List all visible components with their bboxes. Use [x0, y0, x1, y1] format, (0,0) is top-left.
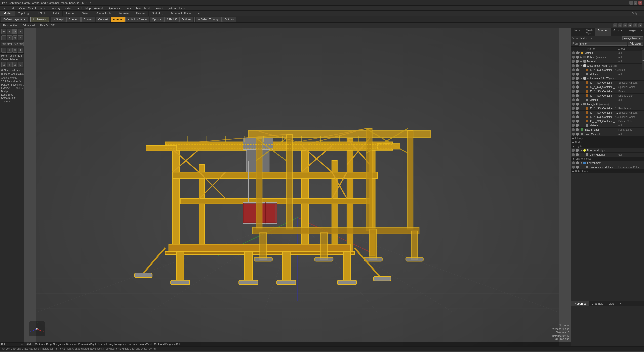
tab-only[interactable]: Only…: [628, 11, 644, 16]
bp-tab-add[interactable]: +: [617, 301, 624, 306]
lt-icon-b3[interactable]: ⊞: [12, 62, 17, 67]
menu-masttomodo[interactable]: MasToModo: [135, 6, 153, 10]
lt-icon-rotate[interactable]: ↺: [12, 29, 17, 34]
lt-icon-vertex[interactable]: ·: [1, 35, 6, 40]
tool-thicken[interactable]: Thicken: [0, 100, 24, 103]
menu-render[interactable]: Render: [122, 6, 134, 10]
tool-extrude[interactable]: ExtrudeShift+X: [0, 86, 24, 90]
tab-uvedit[interactable]: UVEdit: [33, 11, 49, 16]
more-transforms-btn[interactable]: More Transforms ▶: [0, 54, 24, 58]
tab-topology[interactable]: Topology: [15, 11, 33, 16]
rp-tab-meshops[interactable]: Mesh Ops: [583, 28, 595, 36]
item-menu-dropdown[interactable]: Item Menu: New Item ▼: [1, 42, 24, 46]
tree-item-env-material[interactable]: Environment Material Environment Color: [571, 165, 644, 169]
tool-bridge[interactable]: Bridge: [0, 90, 24, 93]
minimize-button[interactable]: ─: [629, 1, 633, 5]
lt-icon-a3[interactable]: ⊞: [12, 48, 17, 53]
action-center-button[interactable]: ⊕ Action Center: [125, 17, 149, 22]
tool-edge-slice[interactable]: Edge Slice: [0, 93, 24, 96]
tab-animate[interactable]: Animate: [115, 11, 132, 16]
rp-tab-shading[interactable]: Shading: [595, 28, 611, 36]
presets-button[interactable]: ⬡ Presets: [30, 17, 49, 22]
select-through-button[interactable]: ⊞ Select Through: [196, 17, 222, 22]
lt-icon-b2[interactable]: ◈: [7, 62, 12, 67]
menu-view[interactable]: View: [17, 6, 26, 10]
lt-icon-scale[interactable]: ⇲: [18, 29, 23, 34]
options-button-1[interactable]: Options: [150, 17, 164, 22]
menu-item[interactable]: Item: [38, 6, 46, 10]
rp-tab-images[interactable]: Images: [625, 28, 639, 36]
viewport[interactable]: X Y Z No Items Polygons : Face Channels:…: [24, 28, 571, 346]
tree-item-floor-mat[interactable]: ▼ floor_MAT (Material): [571, 102, 644, 106]
tree-item-mb[interactable]: 40_ft_ISO_Container_metal_bump (Ima… Bum…: [571, 89, 644, 94]
mesh-constraints-btn[interactable]: Mesh Constraints: [0, 72, 24, 76]
tree-expand-wm2[interactable]: ▼: [580, 77, 583, 80]
tree-expand-material[interactable]: ▼: [578, 52, 580, 54]
assign-material-button[interactable]: Assign Material: [622, 36, 643, 40]
advanced-button[interactable]: Advanced: [21, 24, 36, 27]
tree-item-environment[interactable]: ▼ Environment: [571, 161, 644, 165]
tree-item-light-material[interactable]: Light Material (all): [571, 153, 644, 157]
lt-icon-a1[interactable]: ↕: [1, 48, 6, 53]
tree-item-m2d2[interactable]: 40_ft_ISO_Container_metal2_diffuse (Ima……: [571, 85, 644, 89]
tab-gametools[interactable]: Game Tools: [93, 11, 115, 16]
tab-add-button[interactable]: +: [196, 11, 202, 16]
lt-icon-a2[interactable]: ⊙: [7, 48, 12, 53]
sculpt-button[interactable]: ✎ Sculpt: [51, 17, 66, 22]
options-button-2[interactable]: Options: [179, 17, 193, 22]
lt-icon-select[interactable]: ✦: [1, 29, 6, 34]
menu-texture[interactable]: Texture: [63, 6, 75, 10]
items-button[interactable]: ◈ Items: [111, 17, 125, 22]
menu-layout[interactable]: Layout: [153, 6, 165, 10]
tree-expand-wm[interactable]: ▼: [580, 64, 583, 67]
tool-3ds-subdivide[interactable]: 3DS Subdivide 2x: [0, 80, 24, 83]
tree-item-rubber[interactable]: ▶ Rubber (Material) (all): [571, 55, 644, 59]
convert-button-2[interactable]: Convert: [81, 17, 96, 22]
bp-tab-channels[interactable]: Channels: [589, 301, 606, 306]
vp-icon-3[interactable]: ⊟: [623, 23, 627, 27]
rp-tab-add[interactable]: +: [639, 28, 644, 36]
tree-item-m2d1[interactable]: 40_ft_ISO_Container_metal2_diffuse (Ima……: [571, 81, 644, 85]
edit-dropdown[interactable]: ▼: [21, 343, 23, 346]
ray-gl-button[interactable]: Ray GL: Off: [38, 24, 56, 27]
tab-setup[interactable]: Setup: [78, 11, 93, 16]
tool-smooth-shift[interactable]: Smooth Shift: [0, 96, 24, 100]
tab-render[interactable]: Render: [132, 11, 149, 16]
tree-item-fd2[interactable]: 40_ft_ISO_Container_floor_diffuse (Ima… …: [571, 111, 644, 115]
vp-icon-5[interactable]: ⚙: [633, 23, 637, 27]
rp-tab-groups[interactable]: Groups: [611, 28, 625, 36]
tree-section-bake[interactable]: ▶Bake Items: [571, 169, 644, 173]
perspective-button[interactable]: Perspective: [2, 24, 19, 27]
tree-item-white-metal2[interactable]: ▼ white_metal2_MAT (Material): [571, 76, 644, 81]
vp-icon-4[interactable]: ◉: [628, 23, 632, 27]
convert-button-3[interactable]: Convert: [96, 17, 110, 22]
tab-paint[interactable]: Paint: [49, 11, 63, 16]
convert-button-1[interactable]: Convert: [66, 17, 81, 22]
crane-viewport[interactable]: X Y Z No Items Polygons : Face Channels:…: [24, 28, 571, 346]
menu-geometry[interactable]: Geometry: [47, 6, 62, 10]
menu-edit[interactable]: Edit: [9, 6, 17, 10]
options-button-3[interactable]: Options: [222, 17, 236, 22]
lt-icon-b4[interactable]: ⊟: [18, 62, 23, 67]
menu-animate[interactable]: Animate: [93, 6, 106, 10]
lt-icon-poly[interactable]: □: [12, 35, 17, 40]
lt-icon-paint[interactable]: A: [18, 35, 23, 40]
tree-item-material-root[interactable]: ▼ Material (all): [571, 51, 644, 55]
tree-item-fd1[interactable]: 40_ft_ISO_Container_floor_diffuse (Ima… …: [571, 106, 644, 111]
tree-item-fd3[interactable]: 40_ft_ISO_Container_floor_diffuse (Ima… …: [571, 115, 644, 119]
tree-item-floor-bump[interactable]: 40_ft_ISO_Container_floor_bump (Ima… Bum…: [571, 68, 644, 72]
bp-tab-properties[interactable]: Properties: [571, 301, 589, 306]
tool-polygon-bevel[interactable]: Polygon BevelShift+B: [0, 83, 24, 86]
tab-layout[interactable]: Layout: [63, 11, 78, 16]
tree-item-dir-light[interactable]: ▼ Directional Light: [571, 148, 644, 153]
lt-icon-edge[interactable]: /: [7, 35, 12, 40]
tree-section-environments[interactable]: ▼Environments: [571, 157, 644, 161]
tree-expand-mat2[interactable]: ▶: [580, 60, 583, 63]
close-button[interactable]: ✕: [638, 1, 642, 5]
tree-item-base-material[interactable]: Base Material (all): [571, 132, 644, 136]
vp-icon-1[interactable]: ⊡: [613, 23, 617, 27]
tree-item-material-2[interactable]: ▶ Material (all): [571, 59, 644, 64]
menu-help[interactable]: Help: [178, 6, 187, 10]
default-layouts-button[interactable]: Default Layouts ▼: [1, 17, 28, 22]
maximize-button[interactable]: □: [634, 1, 637, 5]
